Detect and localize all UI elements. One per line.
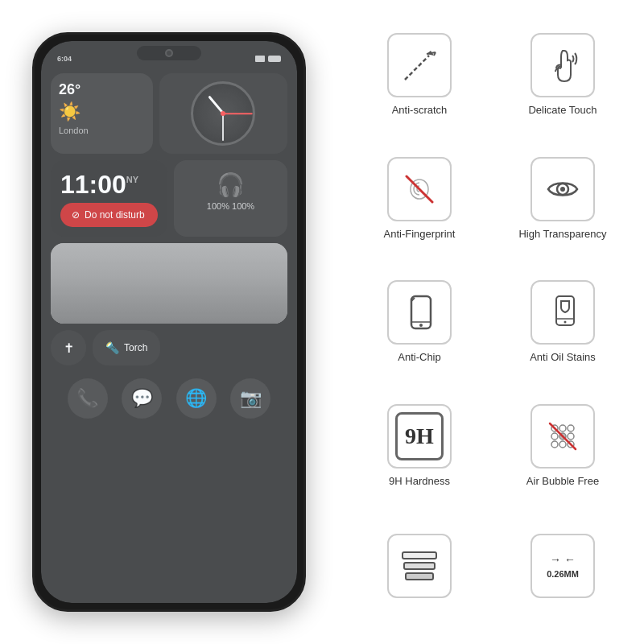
svg-line-0 xyxy=(405,56,429,80)
clock-center xyxy=(221,111,225,116)
time-display: 11:00 NY xyxy=(60,170,158,200)
dnd-label: Do not disturb xyxy=(85,209,145,221)
svg-point-12 xyxy=(564,321,567,324)
high-transparency-icon-box xyxy=(530,157,595,221)
feature-anti-oil: Anti Oil Stains xyxy=(494,263,631,381)
phone-screen: 6:04 26° ☀️ xyxy=(41,41,297,603)
svg-point-18 xyxy=(568,433,574,440)
air-bubble-svg xyxy=(542,415,584,457)
feature-anti-chip: Anti-Chip xyxy=(351,263,488,381)
earbuds-widget[interactable]: 🎧 100% 100% xyxy=(174,160,287,237)
time-suffix: NY xyxy=(126,175,138,184)
delicate-touch-icon-box xyxy=(530,33,595,97)
layer-3 xyxy=(405,572,434,580)
photo-widget[interactable] xyxy=(51,243,287,324)
temperature: 26° xyxy=(59,81,145,98)
feature-air-bubble: Air Bubble Free xyxy=(494,387,631,505)
phone-frame: 6:04 26° ☀️ xyxy=(32,32,306,612)
air-bubble-icon-box xyxy=(530,404,595,469)
anti-oil-svg xyxy=(542,291,584,333)
thickness-arrows: → ← xyxy=(550,553,576,566)
torch-button[interactable]: 🔦 Torch xyxy=(93,330,160,365)
time-widget[interactable]: 11:00 NY ⊘ Do not disturb xyxy=(51,160,167,237)
svg-point-15 xyxy=(568,425,574,431)
earbuds-battery: 100% 100% xyxy=(182,201,279,211)
anti-fingerprint-icon-box xyxy=(387,157,452,221)
second-hand xyxy=(223,113,252,114)
phone-section: 6:04 26° ☀️ xyxy=(0,0,338,644)
feature-delicate-touch: Delicate Touch xyxy=(494,16,631,134)
notch xyxy=(137,46,201,60)
time-value: 11:00 xyxy=(60,170,126,200)
high-transparency-label: High Transparency xyxy=(518,228,606,240)
phone-dock-icon[interactable]: 📞 xyxy=(68,378,108,419)
phone-wrapper: 6:04 26° ☀️ xyxy=(32,32,306,612)
earbuds-icon: 🎧 xyxy=(182,168,279,201)
feature-9h-hardness: 9H 9H Hardness xyxy=(351,387,488,505)
torch-icon: 🔦 xyxy=(105,341,119,354)
quick-controls: ✝ 🔦 Torch xyxy=(51,330,287,365)
anti-scratch-svg xyxy=(398,44,440,86)
arrow-left: ← xyxy=(564,553,576,566)
thickness-icon-box: → ← 0.26MM xyxy=(530,534,595,598)
dnd-button[interactable]: ⊘ Do not disturb xyxy=(60,203,158,227)
9h-hardness-label: 9H Hardness xyxy=(389,475,450,487)
svg-point-9 xyxy=(419,324,423,327)
dock: 📞 💬 🌐 📷 xyxy=(51,372,287,425)
9h-hardness-icon-box: 9H xyxy=(387,404,452,469)
svg-point-19 xyxy=(551,441,558,448)
status-icons xyxy=(255,56,281,62)
minute-hand xyxy=(222,114,224,141)
home-content: 26° ☀️ London xyxy=(41,70,297,428)
status-bar: 6:04 xyxy=(41,41,297,70)
status-time: 6:04 xyxy=(57,55,72,63)
front-camera xyxy=(165,49,173,57)
air-bubble-label: Air Bubble Free xyxy=(526,475,599,487)
anti-scratch-icon-box xyxy=(387,33,452,97)
svg-line-22 xyxy=(550,423,576,449)
dnd-icon: ⊘ xyxy=(72,209,80,221)
chrome-dock-icon[interactable]: 🌐 xyxy=(176,378,217,419)
battery-icon xyxy=(268,56,281,62)
camera-dock-icon[interactable]: 📷 xyxy=(230,378,270,419)
arrow-right: → xyxy=(550,553,561,566)
anti-fingerprint-label: Anti-Fingerprint xyxy=(384,228,456,240)
anti-scratch-label: Anti-scratch xyxy=(392,104,448,116)
feature-anti-scratch: Anti-scratch xyxy=(351,16,488,134)
anti-oil-icon-box xyxy=(530,280,595,345)
thickness-value: 0.26MM xyxy=(547,569,579,579)
analog-clock xyxy=(191,81,255,146)
thickness-box: → ← 0.26MM xyxy=(547,553,579,579)
9h-label: 9H xyxy=(395,412,444,460)
anti-chip-label: Anti-Chip xyxy=(398,351,440,363)
building-photo xyxy=(51,243,287,324)
delicate-touch-label: Delicate Touch xyxy=(528,104,597,116)
feature-high-transparency: High Transparency xyxy=(494,140,631,258)
cross-button[interactable]: ✝ xyxy=(51,330,86,365)
high-transparency-svg xyxy=(542,168,584,210)
ultra-thin-icon-box xyxy=(387,534,452,598)
layer-1 xyxy=(402,551,437,559)
clock-widget[interactable] xyxy=(159,73,287,154)
widget-row-1: 26° ☀️ London xyxy=(51,73,287,154)
svg-point-20 xyxy=(559,441,566,448)
features-section: Anti-scratch Delicate Touch xyxy=(338,0,644,644)
delicate-touch-svg xyxy=(542,44,584,86)
weather-icon: ☀️ xyxy=(59,101,145,122)
messages-dock-icon[interactable]: 💬 xyxy=(122,378,162,419)
anti-oil-label: Anti Oil Stains xyxy=(530,351,596,363)
anti-chip-icon-box xyxy=(387,280,452,345)
svg-point-14 xyxy=(559,425,566,431)
svg-point-16 xyxy=(551,433,558,440)
anti-fingerprint-svg xyxy=(398,168,440,210)
svg-point-6 xyxy=(560,187,565,192)
anti-chip-svg xyxy=(398,291,440,333)
layer-2 xyxy=(403,562,436,570)
feature-anti-fingerprint: Anti-Fingerprint xyxy=(351,140,488,258)
layers-icon xyxy=(402,551,437,580)
signal-icon xyxy=(255,56,265,62)
city-label: London xyxy=(59,126,145,135)
widget-row-2: 11:00 NY ⊘ Do not disturb 🎧 100% 100% xyxy=(51,160,287,237)
weather-widget[interactable]: 26° ☀️ London xyxy=(51,73,153,154)
torch-label: Torch xyxy=(124,342,147,353)
